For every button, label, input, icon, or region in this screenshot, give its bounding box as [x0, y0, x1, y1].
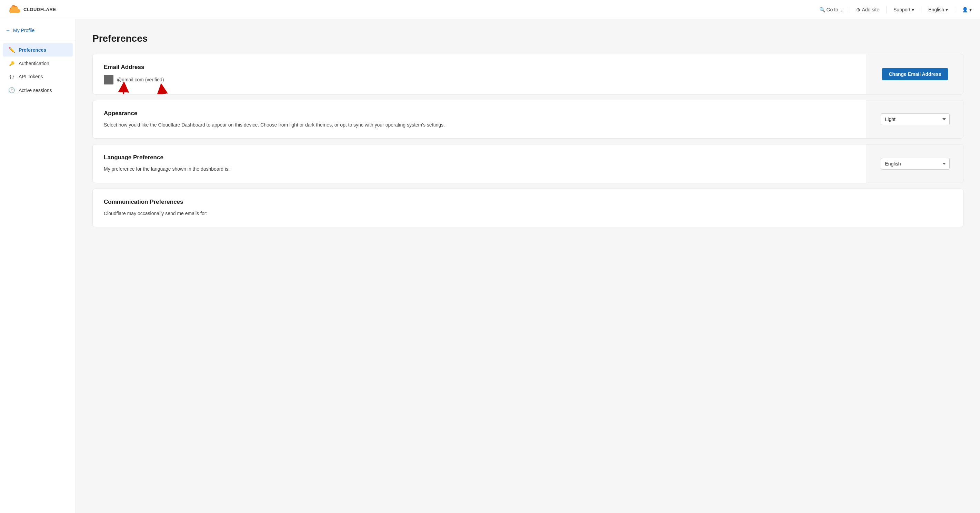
- key-icon: 🔑: [8, 61, 15, 66]
- language-card-title: Language Preference: [104, 154, 856, 161]
- language-card-desc: My preference for the language shown in …: [104, 165, 856, 173]
- logo-icon: [8, 5, 21, 14]
- change-email-button[interactable]: Change Email Address: [882, 68, 948, 80]
- language-card: Language Preference My preference for th…: [92, 144, 963, 183]
- email-value: @gmail.com (verified): [117, 77, 164, 83]
- sidebar-item-api-tokens[interactable]: {} API Tokens: [3, 70, 73, 83]
- topnav-right: 🔍 Go to... ⊕ Add site Support ▾ English …: [819, 6, 972, 13]
- main-inner: Preferences Email Address @gmail.com (ve…: [92, 33, 963, 227]
- email-row: @gmail.com (verified): [104, 75, 856, 84]
- add-site-button[interactable]: ⊕ Add site: [856, 7, 879, 13]
- communication-card: Communication Preferences Cloudflare may…: [92, 189, 963, 227]
- user-button[interactable]: 👤 ▾: [962, 7, 972, 13]
- sidebar-divider: [0, 40, 76, 40]
- nav-divider-3: [921, 6, 921, 13]
- plus-icon: ⊕: [856, 7, 860, 13]
- sidebar-item-preferences[interactable]: ✏️ Preferences: [3, 43, 73, 57]
- appearance-card-desc: Select how you'd like the Cloudflare Das…: [104, 121, 856, 129]
- layout: ← My Profile ✏️ Preferences 🔑 Authentica…: [0, 19, 980, 513]
- topnav: CLOUDFLARE 🔍 Go to... ⊕ Add site Support…: [0, 0, 980, 19]
- sidebar-item-active-sessions[interactable]: 🕐 Active sessions: [3, 83, 73, 97]
- email-card-body: Email Address @gmail.com (verified): [93, 54, 867, 94]
- support-button[interactable]: Support ▾: [893, 7, 914, 13]
- goto-button[interactable]: 🔍 Go to...: [819, 7, 842, 13]
- communication-card-desc: Cloudflare may occasionally send me emai…: [104, 210, 952, 217]
- sidebar-item-authentication[interactable]: 🔑 Authentication: [3, 57, 73, 70]
- search-icon: 🔍: [819, 7, 825, 13]
- sidebar-back-button[interactable]: ← My Profile: [0, 25, 40, 39]
- topnav-left: CLOUDFLARE: [8, 5, 56, 14]
- chevron-down-icon-user: ▾: [969, 7, 972, 13]
- code-icon: {}: [8, 74, 15, 79]
- clock-icon: 🕐: [8, 87, 15, 94]
- communication-card-title: Communication Preferences: [104, 199, 952, 205]
- logo[interactable]: CLOUDFLARE: [8, 5, 56, 14]
- appearance-card: Appearance Select how you'd like the Clo…: [92, 100, 963, 138]
- logo-text: CLOUDFLARE: [24, 7, 56, 12]
- language-select[interactable]: English Español Français Deutsch 日本語: [881, 158, 950, 170]
- user-icon: 👤: [962, 7, 968, 13]
- back-arrow-icon: ←: [6, 28, 10, 33]
- email-card-action: Change Email Address: [867, 54, 963, 94]
- edit-icon: ✏️: [8, 46, 15, 53]
- main-content: Preferences Email Address @gmail.com (ve…: [76, 19, 980, 513]
- sidebar: ← My Profile ✏️ Preferences 🔑 Authentica…: [0, 19, 76, 513]
- chevron-down-icon: ▾: [912, 7, 914, 13]
- language-card-action: English Español Français Deutsch 日本語: [867, 145, 963, 183]
- appearance-card-body: Appearance Select how you'd like the Clo…: [93, 100, 867, 138]
- email-address-card: Email Address @gmail.com (verified) Chan…: [92, 54, 963, 94]
- appearance-card-action: Light Dark System: [867, 100, 963, 138]
- appearance-card-title: Appearance: [104, 110, 856, 117]
- appearance-select[interactable]: Light Dark System: [881, 113, 950, 125]
- language-button[interactable]: English ▾: [928, 7, 948, 13]
- page-title: Preferences: [92, 33, 963, 44]
- language-card-body: Language Preference My preference for th…: [93, 145, 867, 183]
- communication-card-body: Communication Preferences Cloudflare may…: [93, 189, 963, 227]
- email-card-title: Email Address: [104, 64, 856, 71]
- chevron-down-icon-lang: ▾: [945, 7, 948, 13]
- nav-divider-4: [955, 6, 955, 13]
- nav-divider-2: [886, 6, 886, 13]
- avatar: [104, 75, 113, 84]
